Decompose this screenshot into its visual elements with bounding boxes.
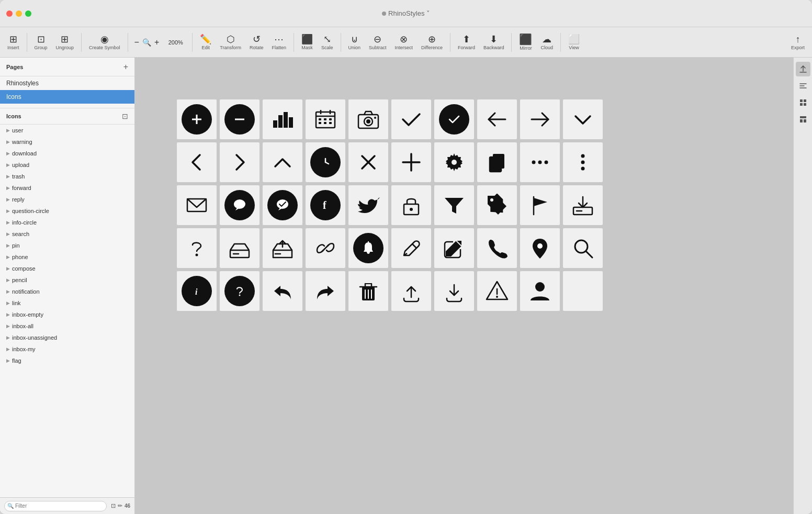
icon-chat[interactable] <box>220 185 260 225</box>
icon-forward[interactable] <box>306 271 345 311</box>
layer-item-notification[interactable]: ▶ notification <box>0 286 134 297</box>
icon-mail[interactable] <box>177 185 217 225</box>
icon-lock[interactable] <box>391 185 431 225</box>
icon-twitter[interactable] <box>348 185 388 225</box>
group-button[interactable]: ⊡ Group <box>31 35 51 50</box>
minimize-button[interactable] <box>16 10 22 17</box>
icon-close[interactable] <box>348 142 388 182</box>
layer-item-trash[interactable]: ▶ trash <box>0 171 134 182</box>
layer-item-flag[interactable]: ▶ flag <box>0 355 134 366</box>
close-button[interactable] <box>6 10 13 17</box>
icon-user[interactable] <box>520 271 560 311</box>
icon-inbox-in[interactable] <box>220 228 260 268</box>
icon-clock[interactable] <box>306 142 345 182</box>
icon-phone[interactable] <box>477 228 517 268</box>
right-panel-align-button[interactable] <box>796 79 810 93</box>
icon-ellipsis-v[interactable] <box>563 142 603 182</box>
layer-item-upload[interactable]: ▶ upload <box>0 159 134 171</box>
icon-checkmark[interactable] <box>391 99 431 139</box>
layer-item-pin[interactable]: ▶ pin <box>0 240 134 251</box>
zoom-value-display[interactable]: 200% <box>163 39 188 46</box>
export-button[interactable]: ↑ Export <box>788 35 808 50</box>
icon-arrow-left[interactable] <box>477 99 517 139</box>
icon-pencil[interactable] <box>391 228 431 268</box>
icon-bar-chart[interactable] <box>263 99 302 139</box>
difference-button[interactable]: ⊕ Difference <box>418 35 446 50</box>
icon-download[interactable] <box>434 271 474 311</box>
icon-reply[interactable] <box>263 271 302 311</box>
maximize-button[interactable] <box>25 10 31 17</box>
intersect-button[interactable]: ⊗ Intersect <box>392 35 416 50</box>
icon-plus-circle[interactable] <box>177 99 217 139</box>
layer-item-user[interactable]: ▶ user <box>0 125 134 136</box>
icon-flag[interactable] <box>520 185 560 225</box>
flatten-button[interactable]: ⋯ Flatten <box>268 35 289 50</box>
right-panel-upload-button[interactable] <box>796 62 810 76</box>
page-item-rhinostyles[interactable]: Rhinostyles <box>0 76 134 90</box>
sidebar-edit-button[interactable]: ✏ <box>118 502 122 509</box>
icon-chevron-down[interactable] <box>563 99 603 139</box>
icon-chevron-left[interactable] <box>177 142 217 182</box>
icon-tag[interactable] <box>477 185 517 225</box>
icon-inbox-download[interactable] <box>563 185 603 225</box>
icon-minus-circle[interactable] <box>220 99 260 139</box>
icon-compose[interactable] <box>434 228 474 268</box>
icon-copy[interactable] <box>477 142 517 182</box>
view-button[interactable]: ⬜ View <box>565 35 583 50</box>
layer-item-download[interactable]: ▶ download <box>0 148 134 159</box>
ungroup-button[interactable]: ⊞ Ungroup <box>53 35 77 50</box>
forward-button[interactable]: ⬆ Forward <box>455 35 478 50</box>
layer-item-forward[interactable]: ▶ forward <box>0 182 134 194</box>
icon-trash[interactable] <box>348 271 388 311</box>
layer-item-reply[interactable]: ▶ reply <box>0 194 134 205</box>
icon-search[interactable] <box>563 228 603 268</box>
icon-add[interactable] <box>391 142 431 182</box>
layer-item-info-circle[interactable]: ▶ info-circle <box>0 217 134 228</box>
icon-chevron-up[interactable] <box>263 142 302 182</box>
add-page-button[interactable]: + <box>123 62 128 72</box>
subtract-button[interactable]: ⊖ Subtract <box>366 35 390 50</box>
icon-info[interactable]: i <box>177 271 217 311</box>
layer-item-pencil[interactable]: ▶ pencil <box>0 274 134 286</box>
icon-camera[interactable] <box>348 99 388 139</box>
layer-item-link[interactable]: ▶ link <box>0 297 134 309</box>
layer-item-inbox-all[interactable]: ▶ inbox-all <box>0 320 134 332</box>
sidebar-copy-button[interactable]: ⊡ <box>111 502 116 509</box>
icon-filter[interactable] <box>434 185 474 225</box>
backward-button[interactable]: ⬇ Backward <box>480 35 508 50</box>
zoom-out-button[interactable]: − <box>132 37 141 48</box>
right-panel-layout-button[interactable] <box>796 112 810 127</box>
layer-item-warning[interactable]: ▶ warning <box>0 136 134 148</box>
canvas-area[interactable]: f <box>135 58 793 514</box>
icon-upload[interactable] <box>391 271 431 311</box>
mirror-button[interactable]: ⬛ Mirror <box>516 34 535 51</box>
layer-item-search[interactable]: ▶ search <box>0 228 134 240</box>
layer-item-phone[interactable]: ▶ phone <box>0 251 134 263</box>
filter-input[interactable] <box>4 501 107 511</box>
icon-gear[interactable] <box>434 142 474 182</box>
icon-calendar[interactable] <box>306 99 345 139</box>
layer-item-inbox-my[interactable]: ▶ inbox-my <box>0 343 134 355</box>
rotate-button[interactable]: ↺ Rotate <box>246 35 267 50</box>
page-item-icons[interactable]: Icons <box>0 90 134 104</box>
icon-location[interactable] <box>520 228 560 268</box>
mask-button[interactable]: ⬛ Mask <box>298 35 316 50</box>
right-panel-grid-button[interactable] <box>796 95 810 110</box>
layer-item-inbox-empty[interactable]: ▶ inbox-empty <box>0 309 134 320</box>
icon-facebook[interactable]: f <box>306 185 345 225</box>
icon-question-circle[interactable] <box>220 271 260 311</box>
transform-button[interactable]: ⬡ Transform <box>217 35 244 50</box>
layer-item-inbox-unassigned[interactable]: ▶ inbox-unassigned <box>0 332 134 343</box>
cloud-button[interactable]: ☁ Cloud <box>537 35 556 50</box>
edit-button[interactable]: ✏️ Edit <box>197 35 215 50</box>
layers-toggle-button[interactable]: ⊡ <box>122 112 128 120</box>
icon-chevron-right[interactable] <box>220 142 260 182</box>
icon-ellipsis-h[interactable] <box>520 142 560 182</box>
icon-link[interactable] <box>306 228 345 268</box>
icon-inbox-out[interactable] <box>263 228 302 268</box>
scale-button[interactable]: ⤡ Scale <box>318 35 336 50</box>
icon-question[interactable] <box>177 228 217 268</box>
icon-check-circle[interactable] <box>434 99 474 139</box>
layer-item-question-circle[interactable]: ▶ question-circle <box>0 205 134 217</box>
icon-bell[interactable] <box>348 228 388 268</box>
